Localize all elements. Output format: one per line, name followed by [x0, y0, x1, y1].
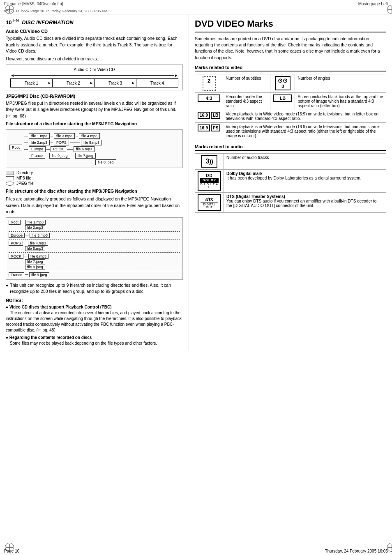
audio-tracks-icon: 3))	[201, 155, 217, 168]
file1-box2: file 1.mp3	[25, 220, 46, 225]
rock-node: ROCK	[51, 146, 66, 152]
video-marks-heading: Marks related to video	[195, 65, 386, 71]
file5-node: file 5.mp3	[81, 140, 102, 145]
track-bar: Track 1 ► Track 2 ► Track 3 ► Track 4	[10, 78, 178, 88]
dolby-label: Dolby Digital mark It has been developed…	[224, 169, 386, 192]
dir-label: Directory	[16, 170, 33, 175]
file6-box2: file 6.mp3	[28, 254, 48, 259]
notes-title: NOTES:	[6, 298, 183, 303]
dts-icon: dts DIGITAL OUT	[198, 194, 221, 211]
file4-box2: file 4.mp3	[28, 241, 48, 246]
dvd-intro: Sometimes marks are printed on a DVD dis…	[195, 36, 386, 61]
169ps-icon: 16:9 PS	[198, 124, 220, 131]
file-struct-para2: Files are automatically grouped as follo…	[6, 196, 183, 215]
169lb-label: Video playback is in Wide video mode (16…	[223, 110, 386, 122]
video-marks-row-4: 16:9 PS Video playback is in Wide video …	[195, 122, 386, 140]
root-node: Root	[9, 145, 22, 150]
lb-label: Screen includes black bands at the top a…	[295, 92, 386, 110]
audio-tracks-icon-cell: 3))	[195, 153, 224, 169]
notes-item-1-title: Video CD discs that support Playback Con…	[9, 305, 112, 309]
track-1: Track 1 ►	[11, 79, 53, 87]
subtitles-icon: 2· · ·	[203, 76, 216, 91]
audio-cd-para1: Typically, Audio CD discs are divided in…	[6, 35, 183, 54]
file8-node: file 8.jpeg	[95, 159, 116, 165]
file9-box2: file 9.jpeg	[29, 272, 49, 277]
europe-box2: Europe	[9, 233, 25, 238]
file1-node: file 1.mp3	[29, 133, 50, 139]
aspect43-label: Recorded under the standard 4:3 aspect r…	[223, 92, 270, 110]
jpeg-mp3-para: MP3/JPEG files put in directories nested…	[6, 100, 183, 119]
video-marks-table: 2· · · Number of subtitles ⊙⊙3 Number of…	[195, 74, 386, 140]
notes-item-1: ● Video CD discs that support Playback C…	[6, 304, 183, 333]
crosshair-top-left	[5, 5, 14, 14]
lb-icon: LB	[273, 94, 292, 102]
root-row2: Root file 1.mp3	[9, 220, 180, 225]
audio-tracks-label: Number of audio tracks	[224, 153, 386, 169]
rock-box2: ROCK	[9, 254, 23, 259]
angles-label: Number of angles	[295, 74, 386, 92]
lb-icon-cell: LB	[270, 92, 295, 110]
file2-box2: file 2.mp3	[25, 225, 45, 230]
track-2: Track 2 ►	[53, 79, 95, 87]
audio-cd-heading: Audio CD/Video CD	[6, 29, 183, 34]
dts-icon-cell: dts DIGITAL OUT	[195, 192, 224, 212]
file7-node: file 7.jpeg	[75, 153, 96, 159]
header-filename: Filename [MV5S_04DiscInfo.fm]	[4, 2, 63, 6]
file8-box2: file 8.jpeg	[25, 265, 45, 269]
notes-item-2: ● Regarding the contents recorded on dis…	[6, 335, 183, 346]
europe-node: Europe	[29, 146, 46, 152]
track-diagram: Audio CD or Video CD ◄ ► Track 1 ► Track…	[6, 64, 183, 90]
mp3-icon	[6, 176, 14, 180]
file9-node: file 9.jpeg	[49, 153, 70, 159]
right-column: DVD VIDEO Marks Sometimes marks are prin…	[189, 14, 392, 350]
file3-node: file 3.mp3	[54, 133, 75, 139]
mp3-label: MP3 file	[16, 176, 31, 180]
header-masterpage: Masterpage:Left	[358, 2, 388, 6]
track-4: Track 4	[136, 79, 178, 87]
video-marks-row-1: 2· · · Number of subtitles ⊙⊙3 Number of…	[195, 74, 386, 92]
page-title: 10 EN DISC INFORMATION	[6, 18, 183, 25]
file2-node: file 2.mp3	[29, 140, 50, 145]
france-node: France	[29, 153, 45, 159]
audio-marks-heading: Marks related to audio	[195, 144, 386, 151]
pops-node: POPS	[54, 140, 69, 145]
legend-dir: Directory	[6, 170, 183, 175]
header: Filename [MV5S_04DiscInfo.fm] Masterpage…	[0, 0, 392, 8]
angles-icon: ⊙⊙3	[275, 76, 291, 90]
track-bar-label: Audio CD or Video CD	[10, 67, 178, 72]
sub-header: MV5S_00.book Page 10 Thursday, February …	[0, 8, 392, 14]
notes-item-2-text: Some files may not be played back depend…	[10, 341, 157, 345]
dolby-icon-cell: DD DOLBY D I G I T A L	[195, 169, 224, 192]
jpeg-label: JPEG file	[16, 181, 34, 186]
angles-icon-cell: ⊙⊙3	[270, 74, 295, 92]
file4-node: file 4.mp3	[79, 133, 100, 139]
legend-mp3: MP3 file	[6, 176, 183, 180]
169ps-icon-cell: 16:9 PS	[195, 122, 223, 140]
audio-marks-row-1: 3)) Number of audio tracks	[195, 153, 386, 169]
169lb-icon: 16:9 LB	[198, 112, 220, 119]
bullet1: ● This unit can recognize up to 9 hierar…	[6, 282, 183, 295]
audio-marks-table: 3)) Number of audio tracks DD DOLBY D I …	[195, 153, 386, 213]
root-box2: Root	[9, 220, 21, 225]
bullet-notes-1: ●	[6, 305, 9, 309]
track-3: Track 3 ►	[95, 79, 136, 87]
file-tree-diagram-1: Root file 1.mp3 file 3.mp3 file 4.mp3	[6, 129, 183, 168]
sub-header-text: MV5S_00.book Page 10 Thursday, February …	[4, 9, 107, 13]
notes-item-1-text: The contents of a disc are recorded into…	[6, 311, 182, 332]
audio-marks-row-3: dts DIGITAL OUT DTS (Digital Theater Sys…	[195, 192, 386, 212]
file-struct-heading: File structure of a disc before starting…	[6, 121, 183, 127]
dts-label: DTS (Digital Theater Systems) You can en…	[224, 192, 386, 212]
169lb-icon-cell: 16:9 LB	[195, 110, 223, 122]
jpeg-mp3-heading: JPEG/MP3 Disc (CD-R/RW/ROM)	[6, 94, 183, 99]
footer-right: Thursday, 24 February 2005 16:05	[325, 549, 388, 553]
jpeg-icon	[6, 182, 14, 186]
file-legend: Directory MP3 file JPEG file	[6, 170, 183, 186]
france-box2: France	[9, 272, 24, 277]
file3-box2: file 3.mp3	[30, 233, 50, 238]
aspect43-icon: 4:3	[198, 94, 220, 102]
pops-box2: POPS	[9, 241, 23, 246]
subtitles-icon-cell: 2· · ·	[195, 74, 223, 92]
dir-icon	[6, 171, 14, 175]
file-tree-diagram-2: Root file 1.mp3 file 2.mp3 Europe file 3…	[6, 217, 183, 280]
file7-box2: file 7.jpeg	[25, 259, 45, 264]
